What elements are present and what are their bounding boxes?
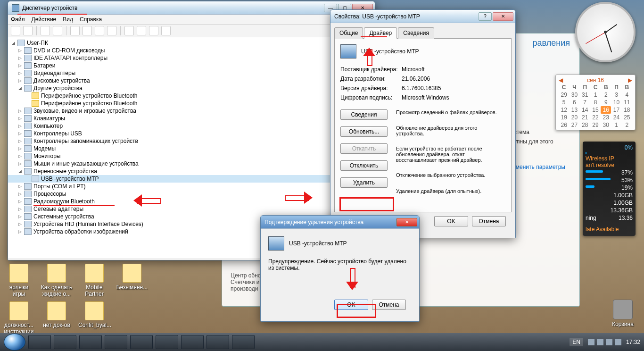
toolbar-btn[interactable] [53,26,62,35]
tree-node[interactable]: ▷Модемы [8,145,375,152]
net-wifi2: an't resolve [586,162,633,168]
tree-node[interactable]: ▷Сетевые адаптеры [8,205,375,213]
toolbar-fwd[interactable] [23,26,33,35]
desktop-icon[interactable]: Confit_byal... [76,300,112,337]
desktop-icon[interactable]: ярлыки игры [1,262,37,299]
toolbar-btn[interactable] [83,26,92,35]
tree-node[interactable]: ▷Контроллеры USB [8,130,375,137]
confirm-titlebar[interactable]: Подтверждение удаления устройства ✕ [261,216,419,229]
clock[interactable]: 17:32 [626,339,640,345]
toolbar-btn[interactable] [161,26,171,35]
tree-node[interactable]: ◢Другие устройства [8,84,375,92]
tree-node[interactable]: ▷IDE ATA/ATAPI контроллеры [8,54,375,62]
desktop-icon[interactable]: должност... инструкции [1,300,37,337]
confirm-delete-dialog: Подтверждение удаления устройства ✕ USB … [260,215,420,322]
props-ok-button[interactable]: OK [434,216,468,226]
network-gadget[interactable]: 0% Wireless IP an't resolve 37% 53% 19% … [583,142,636,236]
tree-node[interactable]: ▷Батареи [8,62,375,69]
toolbar-btn[interactable] [137,26,146,35]
toolbar-btn[interactable] [107,26,116,35]
menu-action[interactable]: Действие [32,16,57,23]
taskbar-item[interactable] [105,335,127,349]
toolbar-btn[interactable] [149,26,158,35]
close-button[interactable]: ✕ [396,218,417,226]
devmgr-toolbar [8,25,375,37]
value-signature: Microsoft Windows [402,94,449,101]
tree-node[interactable]: ▷Дисковые устройства [8,77,375,84]
devmgr-titlebar[interactable]: Диспетчер устройств — ▢ ✕ [8,1,375,15]
driver-update-button[interactable]: Обновить... [340,126,388,137]
desktop-icon[interactable]: нет док-ов [39,300,74,337]
language-indicator[interactable]: EN [570,338,583,346]
driver-remove-button[interactable]: Удалить [340,177,388,188]
props-titlebar[interactable]: Свойства: USB -устройство MTP ? ✕ [330,10,515,23]
toolbar-btn[interactable] [70,26,80,35]
taskbar-item[interactable] [130,335,153,349]
menu-view[interactable]: Вид [63,16,73,23]
sidebar-link[interactable]: Счетчики и [231,279,261,285]
driver-details-button[interactable]: Сведения [340,109,388,120]
desc-disable: Отключение выбранного устройства. [396,172,505,178]
menu-help[interactable]: Справка [80,16,102,23]
tree-node[interactable]: ▷Клавиатуры [8,115,375,122]
tree-node[interactable]: ▷Процессоры [8,190,375,198]
tree-node[interactable]: ▷Мыши и иные указывающие устройства [8,160,375,167]
tree-node-usb-mtp[interactable]: USB -устройство MTP [8,175,375,183]
help-button[interactable]: ? [479,12,492,21]
tab-general[interactable]: Общие [334,27,363,39]
desktop-icon[interactable]: Mobile Partner [76,262,112,299]
tree-node[interactable]: ▷Компьютер [8,122,375,130]
menu-file[interactable]: Файл [11,16,25,23]
toolbar-btn[interactable] [124,26,134,35]
confirm-cancel-button[interactable]: Отмена [372,300,406,310]
value-vendor: Microsoft [402,66,425,73]
taskbar-item[interactable] [206,335,229,349]
props-cancel-button[interactable]: Отмена [472,216,506,226]
recycle-bin[interactable]: Корзина [606,300,639,327]
tree-node-bt2[interactable]: Периферийное устройство Bluetooth [8,100,375,107]
confirm-ok-button[interactable]: OK [334,300,368,310]
start-button[interactable] [4,334,25,351]
tree-node-portable[interactable]: ◢Переносные устройства [8,167,375,175]
driver-disable-button[interactable]: Отключить [340,160,388,171]
toolbar-btn[interactable] [41,26,50,35]
desc-remove: Удаление драйвера (для опытных). [396,188,505,194]
taskbar-item[interactable] [181,335,204,349]
devmgr-icon [12,4,19,12]
value-version: 6.1.7600.16385 [402,85,441,92]
tray-icon[interactable] [588,339,594,345]
taskbar-item[interactable] [28,335,51,349]
desktop-icon[interactable]: Как сделать жидкие о... [39,262,74,299]
tree-node-bt1[interactable]: Периферийное устройство Bluetooth [8,92,375,100]
desc-rollback: Если устройство не работает после обновл… [396,146,505,163]
net-wifi: Wireless IP [586,155,633,162]
desc-update: Обновление драйверов для этого устройств… [396,125,505,136]
sidebar-link[interactable]: Центр обно [231,272,261,279]
tab-details[interactable]: Сведения [398,27,434,39]
tray-icon[interactable] [597,339,603,345]
tree-node[interactable]: ▷DVD и CD-ROM дисководы [8,47,375,54]
taskbar-item[interactable] [54,335,76,349]
tree-root[interactable]: ◢User-ПК [8,39,375,47]
toolbar-btn[interactable] [95,26,104,35]
tray-icon[interactable] [615,339,621,345]
tree-node[interactable]: ▷Звуковые, видео и игровые устройства [8,107,375,115]
desktop-icon[interactable]: Безымянн... [114,262,150,299]
tray-icon[interactable] [606,339,612,345]
net-update: late Available [586,226,633,233]
tree-node[interactable]: ▷Порты (COM и LPT) [8,183,375,190]
tree-node[interactable]: ▷Видеоадаптеры [8,69,375,77]
properties-dialog: Свойства: USB -устройство MTP ? ✕ Общие … [330,9,516,238]
toolbar-back[interactable] [11,26,20,35]
tree-node[interactable]: ▷Контроллеры запоминающих устройств [8,137,375,145]
sidebar-link[interactable]: производи [231,285,261,292]
desktop-icons-row2: должност... инструкции нет док-ов Confit… [1,300,112,337]
taskbar-item[interactable] [156,335,178,349]
tree-node[interactable]: ▷Мониторы [8,152,375,160]
clock-gadget[interactable] [575,2,636,62]
taskbar-item[interactable] [232,335,255,349]
close-button[interactable]: ✕ [493,12,513,21]
tree-node[interactable]: ▷Радиомодули Bluetooth [8,198,375,205]
taskbar-item[interactable] [79,335,102,349]
calendar-gadget[interactable]: ◀сен 16▶ СЧПСВПВ 2930311234 567891011 12… [555,75,636,130]
